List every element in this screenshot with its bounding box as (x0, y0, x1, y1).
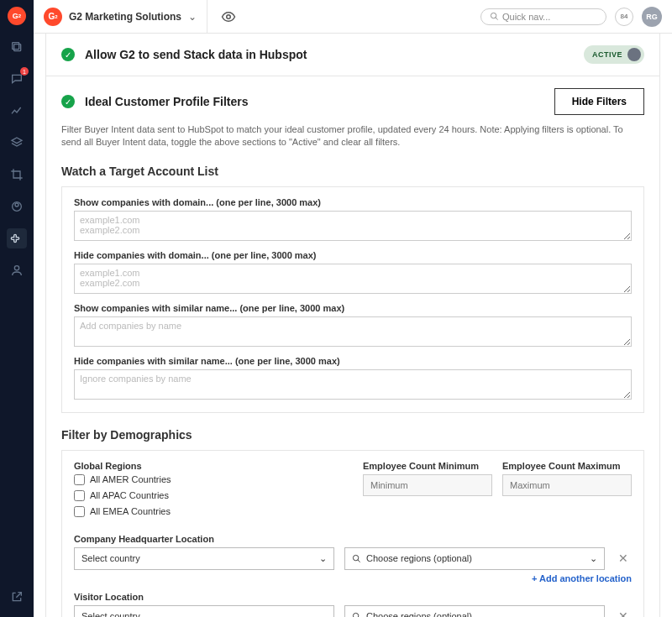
topbar: G2 G2 Marketing Solutions ⌄ Quick nav...… (34, 0, 672, 34)
search-icon (490, 12, 499, 21)
amer-checkbox[interactable]: All AMER Countries (74, 474, 343, 485)
search-icon (352, 554, 361, 563)
hq-label: Company Headquarter Location (74, 534, 632, 544)
watch-title: Watch a Target Account List (61, 165, 644, 178)
nav-crop[interactable] (7, 165, 27, 185)
nav-speaker[interactable] (7, 196, 27, 217)
emp-min-label: Employee Count Minimum (363, 461, 492, 471)
quick-nav-search[interactable]: Quick nav... (480, 8, 606, 25)
search-icon (352, 612, 361, 617)
regions-label: Global Regions (74, 461, 343, 471)
nav-analytics[interactable] (7, 101, 27, 121)
toggle-knob (627, 48, 641, 61)
chevron-down-icon: ⌄ (319, 553, 327, 564)
emp-min-input[interactable] (363, 474, 492, 496)
external-icon (10, 590, 24, 604)
hide-filters-button[interactable]: Hide Filters (554, 88, 644, 115)
search-placeholder: Quick nav... (502, 12, 550, 22)
hide-domain-input[interactable] (74, 264, 632, 294)
nav-messages[interactable]: 1 (7, 69, 27, 89)
svg-point-4 (14, 266, 18, 270)
chevron-down-icon: ⌄ (590, 553, 597, 564)
emea-checkbox[interactable]: All EMEA Countries (74, 506, 343, 517)
remove-location-button[interactable]: ✕ (615, 609, 632, 617)
section-title: Allow G2 to send Stack data in Hubspot (85, 48, 307, 61)
brand-name: G2 Marketing Solutions (69, 11, 181, 23)
svg-rect-0 (14, 44, 21, 51)
status-label: ACTIVE (592, 50, 622, 59)
hq-country-select[interactable]: Select country⌄ (74, 547, 334, 570)
layers-icon (10, 136, 24, 149)
hq-region-select[interactable]: Choose regions (optional)⌄ (344, 547, 605, 570)
avatar[interactable]: RG (642, 7, 662, 27)
emp-max-label: Employee Count Maximum (502, 461, 632, 471)
chevron-down-icon: ⌄ (319, 611, 327, 617)
copy-icon (10, 40, 24, 54)
sidebar: G2 1 (0, 0, 34, 617)
user-icon (10, 264, 24, 277)
chevron-down-icon: ⌄ (590, 611, 597, 617)
demo-title: Filter by Demographics (61, 428, 644, 442)
nav-user[interactable] (7, 260, 27, 280)
apac-checkbox[interactable]: All APAC Countries (74, 490, 343, 501)
brand-logo: G2 (44, 8, 62, 26)
show-name-input[interactable] (74, 316, 632, 347)
check-icon: ✓ (61, 48, 75, 61)
emp-max-input[interactable] (502, 474, 632, 496)
svg-point-3 (15, 203, 18, 207)
section-title: Ideal Customer Profile Filters (85, 95, 249, 108)
nav-integrations[interactable] (7, 228, 27, 248)
field-label: Hide companies with similar name... (one… (74, 356, 632, 366)
demo-panel: Global Regions All AMER Countries All AP… (61, 450, 644, 617)
eye-icon (221, 9, 236, 24)
chart-icon (10, 104, 24, 118)
svg-rect-1 (13, 43, 19, 50)
svg-point-6 (491, 13, 496, 18)
field-label: Show companies with domain... (one per l… (74, 197, 632, 207)
visitor-label: Visitor Location (74, 592, 632, 602)
add-hq-location-link[interactable]: Add another location (74, 573, 632, 583)
hide-name-input[interactable] (74, 369, 632, 400)
field-label: Hide companies with domain... (one per l… (74, 250, 632, 260)
puzzle-icon (10, 232, 24, 245)
field-label: Show companies with similar name... (one… (74, 303, 632, 313)
crop-icon (10, 168, 24, 181)
section-description: Filter Buyer Intent data sent to HubSpot… (61, 123, 644, 149)
svg-point-5 (227, 14, 231, 18)
active-toggle[interactable]: ACTIVE (584, 45, 644, 64)
nav-logo[interactable]: G2 (8, 7, 26, 25)
visibility-toggle[interactable] (221, 9, 236, 24)
watch-panel: Show companies with domain... (one per l… (61, 186, 644, 413)
icp-filters-section: ✓ Ideal Customer Profile Filters Hide Fi… (45, 76, 660, 617)
svg-point-7 (353, 555, 358, 560)
remove-location-button[interactable]: ✕ (615, 552, 632, 565)
visitor-country-select[interactable]: Select country⌄ (74, 605, 334, 617)
nav-badge: 1 (20, 67, 29, 76)
score-badge[interactable]: 84 (615, 8, 633, 26)
show-domain-input[interactable] (74, 211, 632, 241)
stack-data-section: ✓ Allow G2 to send Stack data in Hubspot… (45, 34, 660, 76)
speaker-icon (10, 200, 24, 213)
brand-switcher[interactable]: G2 G2 Marketing Solutions ⌄ (44, 0, 207, 33)
svg-point-8 (353, 613, 358, 617)
nav-layers[interactable] (7, 133, 27, 153)
check-icon: ✓ (61, 95, 75, 108)
nav-dashboard[interactable] (7, 37, 27, 57)
chevron-down-icon: ⌄ (188, 11, 197, 23)
visitor-region-select[interactable]: Choose regions (optional)⌄ (344, 605, 605, 617)
nav-external[interactable] (7, 587, 27, 607)
